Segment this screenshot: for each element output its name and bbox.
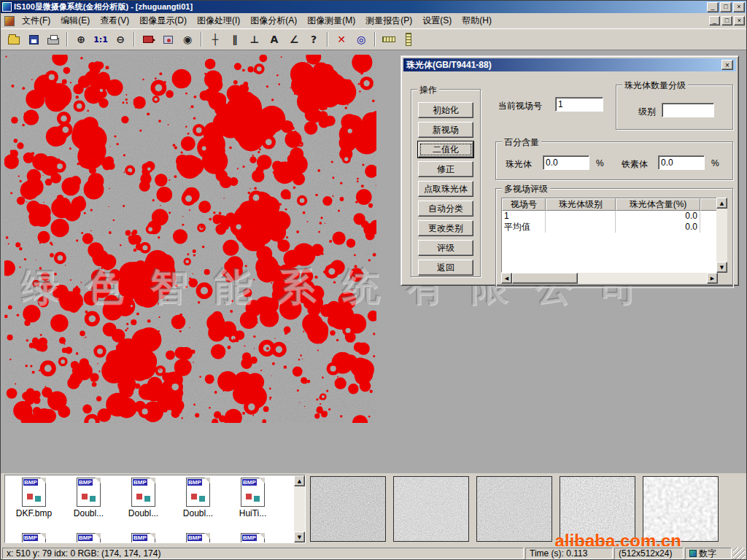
column-header-3[interactable]: 珠光体含量(%) bbox=[616, 198, 700, 211]
file-list-scrollbar[interactable]: ▲ ▼ bbox=[294, 475, 305, 542]
pearlite-input[interactable] bbox=[543, 155, 589, 170]
aperture-button[interactable]: ◉ bbox=[178, 31, 197, 48]
file-item-partial-3[interactable]: BMP bbox=[116, 533, 171, 543]
op-button-7[interactable]: 更改类别 bbox=[418, 220, 473, 236]
preview-eye-button[interactable]: ◎ bbox=[352, 31, 371, 48]
menu-item-7[interactable]: 图像测量(M) bbox=[302, 13, 360, 28]
file-name: Doubl... bbox=[74, 508, 104, 518]
file-item-1[interactable]: BMPDKF.bmp bbox=[7, 478, 61, 518]
table-row-2[interactable]: 平均值0.0 bbox=[502, 222, 717, 233]
dialog-close-button[interactable]: × bbox=[721, 60, 733, 70]
table-horizontal-scrollbar[interactable]: ◀ ▶ bbox=[501, 273, 718, 284]
table-vertical-scrollbar[interactable]: ▲ ▼ bbox=[716, 198, 727, 273]
menu-item-10[interactable]: 帮助(H) bbox=[457, 13, 497, 28]
op-button-6[interactable]: 自动分类 bbox=[418, 201, 473, 217]
maximize-button[interactable]: □ bbox=[720, 2, 732, 12]
bmp-file-icon: BMP bbox=[22, 533, 46, 543]
scroll-down-button[interactable]: ▼ bbox=[716, 262, 727, 273]
print-button[interactable] bbox=[44, 31, 63, 48]
help-button[interactable]: ? bbox=[304, 31, 323, 48]
file-item-5[interactable]: BMPHuiTi... bbox=[225, 478, 280, 518]
column-header-1[interactable]: 视场号 bbox=[502, 198, 546, 211]
op-button-2[interactable]: 新视场 bbox=[418, 122, 473, 138]
file-item-partial-4[interactable]: BMP bbox=[171, 533, 225, 543]
file-item-partial-2[interactable]: BMP bbox=[61, 533, 116, 543]
current-field-input[interactable] bbox=[555, 97, 603, 112]
menu-item-4[interactable]: 图像显示(D) bbox=[134, 13, 192, 28]
file-scroll-down-button[interactable]: ▼ bbox=[294, 532, 305, 542]
snapshot-button[interactable] bbox=[158, 31, 177, 48]
file-item-partial-1[interactable]: BMP bbox=[7, 533, 61, 543]
table-cell bbox=[700, 211, 718, 222]
video-capture-button[interactable] bbox=[139, 31, 158, 48]
multi-view-group: 多视场评级 视场号珠光体级别珠光体含量(%)铁素10.0平均值0.0 ▲ ▼ ◀… bbox=[495, 188, 733, 287]
open-file-button[interactable] bbox=[4, 31, 23, 48]
op-button-3[interactable]: 二值化 bbox=[418, 141, 473, 158]
column-header-4[interactable]: 铁素 bbox=[700, 198, 718, 211]
save-button[interactable] bbox=[24, 31, 43, 48]
level-input[interactable] bbox=[662, 103, 714, 117]
application-window: IS100显微摄像系统(金相分析版) - [zhuguangti01] _ □ … bbox=[0, 0, 747, 560]
thumbnail-1[interactable] bbox=[310, 476, 386, 542]
menu-item-3[interactable]: 查看(V) bbox=[95, 13, 134, 28]
measure-perpendicular-button[interactable]: ⊥ bbox=[245, 31, 264, 48]
close-button[interactable]: × bbox=[733, 2, 745, 12]
scrollbar-thumb[interactable] bbox=[512, 273, 578, 284]
mdi-minimize-button[interactable]: _ bbox=[709, 16, 720, 26]
mdi-restore-button[interactable]: □ bbox=[721, 16, 732, 26]
file-scroll-up-button[interactable]: ▲ bbox=[294, 475, 305, 486]
delete-measure-button[interactable]: ✕ bbox=[332, 31, 351, 48]
zoom-out-button[interactable]: ⊖ bbox=[111, 31, 130, 48]
table-cell bbox=[546, 211, 616, 222]
thumbnail-3[interactable] bbox=[476, 476, 552, 542]
zoom-actual-button[interactable]: 1:1 bbox=[91, 31, 110, 48]
ferrite-input[interactable] bbox=[658, 155, 705, 170]
table-cell: 0.0 bbox=[616, 222, 700, 233]
op-button-5[interactable]: 点取珠光体 bbox=[418, 181, 473, 197]
menu-item-1[interactable]: 文件(F) bbox=[17, 13, 55, 28]
measure-parallel-icon: ∥ bbox=[233, 34, 238, 45]
file-item-4[interactable]: BMPDoubl... bbox=[171, 478, 225, 518]
menu-item-6[interactable]: 图像分析(A) bbox=[245, 13, 302, 28]
file-name: Doubl... bbox=[128, 508, 158, 518]
menu-item-5[interactable]: 图像处理(I) bbox=[192, 13, 245, 28]
metallographic-image[interactable] bbox=[4, 55, 376, 423]
file-item-2[interactable]: BMPDoubl... bbox=[61, 478, 116, 518]
multi-view-table[interactable]: 视场号珠光体级别珠光体含量(%)铁素10.0平均值0.0 bbox=[501, 198, 718, 273]
measure-perpendicular-icon: ⊥ bbox=[250, 34, 260, 45]
op-button-8[interactable]: 评级 bbox=[418, 240, 473, 256]
table-row-1[interactable]: 10.0 bbox=[502, 211, 717, 222]
zoom-in-button[interactable]: ⊕ bbox=[71, 31, 90, 48]
dialog-title-bar[interactable]: 珠光体(GB/T9441-88) × bbox=[403, 58, 736, 71]
op-button-4[interactable]: 修正 bbox=[418, 161, 473, 177]
page-fold bbox=[95, 533, 101, 539]
menu-item-9[interactable]: 设置(S) bbox=[417, 13, 457, 28]
window-controls: _ □ × bbox=[707, 2, 745, 12]
measure-angle-button[interactable]: ∠ bbox=[285, 31, 303, 48]
resize-grip[interactable] bbox=[733, 548, 745, 559]
op-button-9[interactable]: 返回 bbox=[418, 260, 473, 276]
measure-cross-button[interactable]: ┼ bbox=[206, 31, 225, 48]
ruler-horizontal-button[interactable] bbox=[379, 31, 398, 48]
time-status: Time (s): 0.113 bbox=[525, 548, 613, 559]
scroll-right-button[interactable]: ▶ bbox=[707, 273, 718, 284]
ruler-vertical-button[interactable] bbox=[399, 31, 418, 48]
op-button-1[interactable]: 初始化 bbox=[418, 102, 473, 118]
annotate-text-button[interactable]: A bbox=[265, 31, 284, 48]
file-item-partial-5[interactable]: BMP bbox=[225, 533, 280, 543]
thumbnail-2[interactable] bbox=[393, 476, 469, 542]
scroll-up-button[interactable]: ▲ bbox=[716, 198, 727, 209]
measure-parallel-button[interactable]: ∥ bbox=[225, 31, 244, 48]
scroll-left-button[interactable]: ◀ bbox=[501, 273, 512, 284]
minimize-button[interactable]: _ bbox=[707, 2, 719, 12]
menu-item-8[interactable]: 测量报告(P) bbox=[360, 13, 417, 28]
mdi-close-button[interactable]: × bbox=[734, 16, 745, 26]
column-header-2[interactable]: 珠光体级别 bbox=[546, 198, 616, 211]
document-icon[interactable] bbox=[4, 16, 15, 26]
bmp-file-icon: BMP bbox=[131, 533, 155, 543]
menu-item-2[interactable]: 编辑(E) bbox=[55, 13, 95, 28]
file-item-3[interactable]: BMPDoubl... bbox=[116, 478, 171, 518]
window-title: IS100显微摄像系统(金相分析版) - [zhuguangti01] bbox=[14, 1, 707, 12]
operation-group: 操作 初始化新视场二值化修正点取珠光体自动分类更改类别评级返回 bbox=[411, 89, 481, 277]
file-name: HuiTi... bbox=[239, 508, 267, 518]
